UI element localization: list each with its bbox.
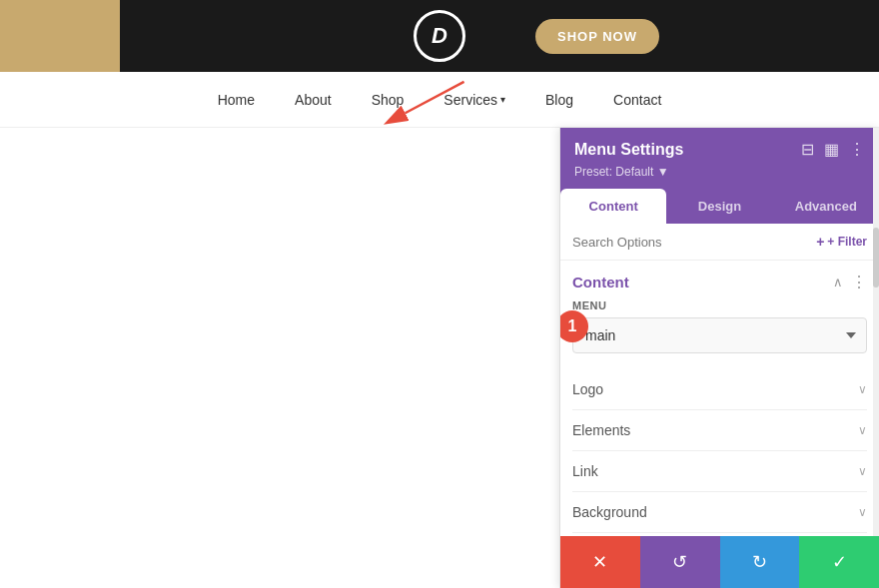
link-chevron-icon: ∨	[858, 464, 867, 478]
shop-now-button[interactable]: SHOP NOW	[535, 19, 659, 54]
panel-header-top: Menu Settings ⊟ ▦ ⋮	[574, 140, 865, 159]
page-content	[0, 128, 559, 588]
logo-chevron-icon: ∨	[858, 382, 867, 396]
save-button[interactable]: ✓	[799, 536, 879, 588]
elements-section: Elements ∨	[572, 410, 867, 451]
tab-content[interactable]: Content	[560, 189, 666, 224]
logo-section: Logo ∨	[572, 369, 867, 410]
panel-tabs: Content Design Advanced	[560, 189, 879, 224]
undo-button[interactable]: ↺	[640, 536, 720, 588]
cancel-button[interactable]: ✕	[560, 536, 640, 588]
background-label: Background	[572, 504, 647, 520]
menu-field: 1 Menu main secondary footer	[572, 299, 867, 353]
background-chevron-icon: ∨	[858, 505, 867, 519]
search-input[interactable]	[572, 235, 808, 250]
nav-bar: Home About Shop Services Blog Contact	[0, 72, 879, 128]
logo-section-header[interactable]: Logo ∨	[572, 381, 867, 397]
settings-panel: Menu Settings ⊟ ▦ ⋮ Preset: Default ▼ Co…	[559, 128, 879, 588]
menu-select[interactable]: main secondary footer	[572, 317, 867, 353]
nav-item-services[interactable]: Services	[443, 92, 505, 108]
more-icon[interactable]: ⋮	[849, 140, 865, 159]
panel-footer: ✕ ↺ ↻ ✓	[560, 536, 879, 588]
top-bar: D SHOP NOW	[0, 0, 879, 72]
divi-logo: D	[414, 10, 465, 62]
panel-header: Menu Settings ⊟ ▦ ⋮ Preset: Default ▼	[560, 128, 879, 189]
filter-button[interactable]: + Filter	[816, 234, 867, 250]
tab-design[interactable]: Design	[666, 189, 772, 224]
elements-chevron-icon: ∨	[858, 423, 867, 437]
panel-body: Content ∧ ⋮ 1 Menu main secondary footer	[560, 261, 879, 536]
link-section-header[interactable]: Link ∨	[572, 463, 867, 479]
content-section-header: Content ∧ ⋮	[572, 261, 867, 299]
top-bar-accent	[0, 0, 120, 72]
elements-label: Elements	[572, 422, 630, 438]
nav-item-contact[interactable]: Contact	[613, 92, 661, 108]
nav-item-blog[interactable]: Blog	[545, 92, 573, 108]
main-area: Menu Settings ⊟ ▦ ⋮ Preset: Default ▼ Co…	[0, 128, 879, 588]
logo-label: Logo	[572, 381, 603, 397]
elements-section-header[interactable]: Elements ∨	[572, 422, 867, 438]
section-controls: ∧ ⋮	[833, 273, 867, 292]
tab-advanced[interactable]: Advanced	[773, 189, 879, 224]
scrollbar-track	[873, 128, 879, 536]
panel-title: Menu Settings	[574, 141, 683, 159]
redo-button[interactable]: ↻	[720, 536, 800, 588]
section-options-icon[interactable]: ⋮	[851, 273, 867, 292]
nav-item-shop[interactable]: Shop	[372, 92, 405, 108]
background-section: Background ∨	[572, 492, 867, 533]
section-collapse-icon[interactable]: ∧	[833, 275, 843, 290]
nav-item-home[interactable]: Home	[218, 92, 255, 108]
panel-search-bar: + Filter	[560, 224, 879, 261]
content-section-title: Content	[572, 274, 629, 291]
link-label: Link	[572, 463, 598, 479]
scrollbar-thumb[interactable]	[873, 228, 879, 288]
arrow-annotation	[0, 72, 879, 127]
minimize-icon[interactable]: ⊟	[801, 140, 814, 159]
link-section: Link ∨	[572, 451, 867, 492]
menu-field-label: Menu	[572, 299, 867, 311]
panel-header-icons: ⊟ ▦ ⋮	[801, 140, 865, 159]
nav-item-about[interactable]: About	[295, 92, 332, 108]
panel-preset[interactable]: Preset: Default ▼	[574, 165, 865, 179]
layout-icon[interactable]: ▦	[824, 140, 839, 159]
background-section-header[interactable]: Background ∨	[572, 504, 867, 520]
